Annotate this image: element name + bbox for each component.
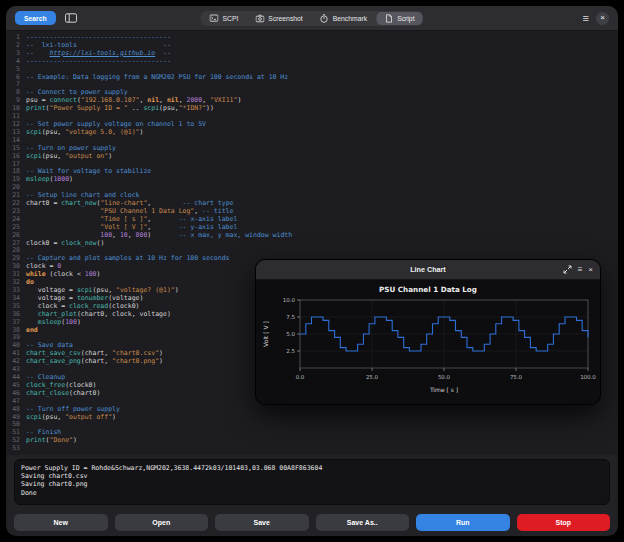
x-tick-label: 0.0	[296, 374, 305, 380]
code-text: chart_save_png(chart, "chart0.png")	[26, 358, 163, 366]
header-right-controls: ≡ ×	[583, 12, 609, 25]
tab-screenshot[interactable]: Screenshot	[247, 12, 310, 25]
console-line: Saving chart0.png	[21, 480, 603, 488]
tab-label: SCPI	[222, 15, 238, 22]
tab-label: Benchmark	[333, 15, 367, 22]
code-line: 16scpi(psu, "output on")	[6, 153, 618, 161]
code-line: 27clock0 = clock_new()	[6, 240, 618, 248]
headerbar: Search SCPI Screenshot Benchmark	[6, 6, 618, 31]
code-line: 19msleep(1000)	[6, 176, 618, 184]
tab-scpi[interactable]: SCPI	[201, 12, 246, 25]
code-text: -------------------------------------	[26, 58, 171, 66]
x-axis-label: Time [ s ]	[429, 386, 458, 393]
tab-label: Screenshot	[268, 15, 302, 22]
stop-button[interactable]: Stop	[517, 514, 611, 531]
output-console: Power Supply ID = Rohde&Schwarz,NGM202,3…	[14, 459, 610, 505]
code-text: print("Power Supply ID = " .. scpi(psu,"…	[26, 105, 214, 113]
window-close-button[interactable]: ×	[596, 12, 609, 25]
chart-window-title: Line Chart	[256, 265, 600, 274]
code-line: 18-- Wait for voltage to stabilize	[6, 168, 618, 176]
code-line: 6-- Example: Data logging from a NGM202 …	[6, 74, 618, 82]
expand-icon	[563, 265, 572, 274]
stopwatch-icon	[320, 14, 329, 23]
code-line: 10print("Power Supply ID = " .. scpi(psu…	[6, 105, 618, 113]
terminal-icon	[209, 14, 218, 23]
search-button[interactable]: Search	[15, 11, 56, 25]
chart-plot-svg: 2.55.07.510.00.025.050.075.0100.0Time [ …	[256, 296, 600, 404]
open-button[interactable]: Open	[115, 514, 209, 531]
code-line: 50	[6, 421, 618, 429]
code-line: 49scpi(psu, "output off")	[6, 414, 618, 422]
line-chart-window: Line Chart ≡ × PSU Channel 1 Data Log 2.…	[256, 260, 600, 404]
footer-toolbar: New Open Save Save As.. Run Stop	[6, 508, 618, 536]
y-tick-label: 5.0	[286, 331, 295, 337]
detach-button[interactable]	[563, 265, 572, 274]
panel-toggle-icon	[65, 13, 77, 23]
code-text: clock0 = clock_new()	[26, 240, 104, 248]
tab-benchmark[interactable]: Benchmark	[312, 12, 375, 25]
app-menu-button[interactable]: ≡	[583, 13, 589, 24]
code-text: chart_close(chart0)	[26, 390, 100, 398]
console-line: Power Supply ID = Rohde&Schwarz,NGM202,3…	[21, 464, 603, 472]
code-line: 13scpi(psu, "voltage 5.0, (@1)")	[6, 129, 618, 137]
code-text: while (clock < 100)	[26, 271, 100, 279]
chart-close-button[interactable]: ×	[588, 266, 593, 274]
chart-menu-button[interactable]: ≡	[578, 266, 583, 274]
code-line: 4-------------------------------------	[6, 58, 618, 66]
code-text: scpi(psu, "output off")	[26, 414, 116, 422]
chart-plot-area: 2.55.07.510.00.025.050.075.0100.0Time [ …	[256, 296, 600, 404]
screen: Search SCPI Screenshot Benchmark	[0, 0, 624, 542]
code-text: scpi(psu, "output on")	[26, 153, 112, 161]
tab-script[interactable]: Script	[376, 12, 422, 25]
code-text: print("Done")	[26, 437, 77, 445]
x-tick-label: 25.0	[366, 374, 379, 380]
code-text: end	[26, 327, 38, 335]
y-tick-label: 7.5	[286, 314, 295, 320]
y-tick-label: 10.0	[283, 297, 296, 303]
code-text: msleep(1000)	[26, 176, 73, 184]
tab-bar: SCPI Screenshot Benchmark Script	[200, 11, 423, 26]
console-line: Done	[21, 489, 603, 497]
chart-canvas: PSU Channel 1 Data Log 2.55.07.510.00.02…	[256, 280, 600, 404]
x-tick-label: 75.0	[510, 374, 523, 380]
y-tick-label: 2.5	[286, 348, 295, 354]
console-line: Saving chart0.csv	[21, 472, 603, 480]
code-line: 53	[6, 445, 618, 453]
line-number: 53	[6, 445, 26, 453]
save-as-button[interactable]: Save As..	[316, 514, 410, 531]
camera-icon	[255, 14, 264, 23]
y-axis-label: Volt [ V ]	[262, 321, 269, 347]
code-text: -- Example: Data logging from a NGM202 P…	[26, 74, 288, 82]
tab-label: Script	[397, 15, 414, 22]
chart-window-titlebar[interactable]: Line Chart ≡ ×	[256, 260, 600, 280]
save-button[interactable]: Save	[215, 514, 309, 531]
chart-title: PSU Channel 1 Data Log	[256, 280, 600, 294]
code-line: 52print("Done")	[6, 437, 618, 445]
x-tick-label: 100.0	[580, 374, 596, 380]
x-tick-label: 50.0	[438, 374, 451, 380]
new-button[interactable]: New	[14, 514, 108, 531]
code-text: scpi(psu, "voltage 5.0, (@1)")	[26, 129, 143, 137]
run-button[interactable]: Run	[416, 514, 510, 531]
code-line: 51-- Finish	[6, 429, 618, 437]
chart-window-controls: ≡ ×	[563, 265, 600, 274]
panel-toggle-button[interactable]	[63, 11, 79, 25]
script-icon	[384, 14, 393, 23]
